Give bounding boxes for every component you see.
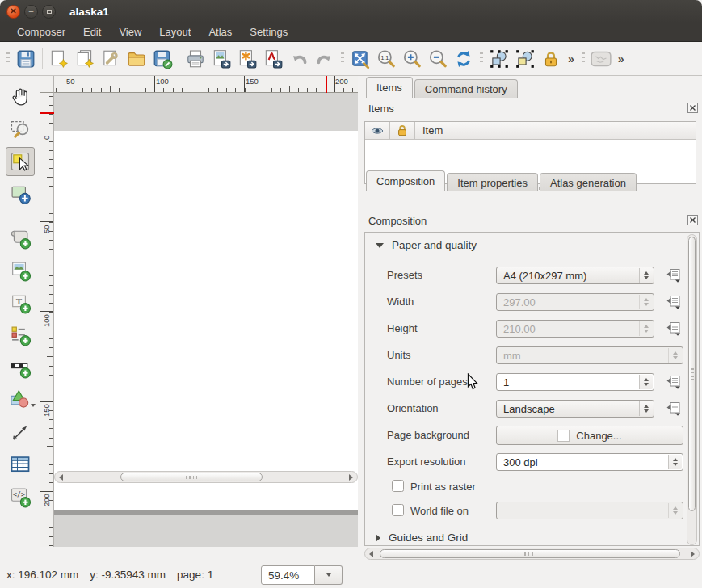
export-as-svg-button[interactable] — [234, 45, 260, 73]
select-move-item-button[interactable] — [486, 45, 512, 73]
scroll-right-icon[interactable] — [349, 474, 353, 481]
menu-view[interactable]: View — [110, 23, 150, 42]
window-minimize-button[interactable]: – — [24, 5, 38, 19]
data-defined-override-button[interactable] — [665, 267, 683, 284]
duplicate-composition-button[interactable] — [72, 45, 98, 73]
move-item-content-tool-button[interactable] — [6, 179, 35, 208]
settings-h-scrollbar-thumb[interactable] — [380, 549, 680, 558]
new-composition-button[interactable] — [46, 45, 72, 73]
close-dock-icon — [687, 103, 698, 113]
redo-button[interactable] — [312, 45, 338, 73]
tab-composition[interactable]: Composition — [366, 170, 445, 191]
lock-selected-items-button[interactable] — [538, 45, 564, 73]
undo-button[interactable] — [286, 45, 312, 73]
menu-edit[interactable]: Edit — [74, 23, 110, 42]
save-project-button[interactable] — [13, 45, 39, 73]
items-dock-close-button[interactable] — [687, 103, 698, 113]
add-image-button[interactable] — [6, 256, 35, 285]
zoom-level-dropdown-button[interactable] — [315, 565, 343, 585]
settings-v-scrollbar[interactable] — [687, 234, 697, 545]
add-arrow-button[interactable] — [6, 418, 35, 447]
toolbar-overflow-button-2[interactable]: » — [614, 52, 628, 65]
tab-command-history[interactable]: Command history — [414, 79, 518, 98]
zoom-level-input[interactable]: 59.4% — [261, 565, 315, 585]
pan-tool-button[interactable] — [6, 82, 35, 111]
toolbar-handle[interactable] — [6, 52, 10, 65]
scroll-right-icon[interactable] — [691, 551, 695, 557]
data-defined-override-button[interactable] — [665, 374, 683, 390]
menubar: Composer Edit View Layout Atlas Settings — [0, 23, 702, 42]
composition-dock-close-button[interactable] — [687, 215, 698, 225]
add-new-label-button[interactable]: T — [6, 288, 35, 317]
zoom-tool-button[interactable] — [6, 115, 35, 144]
add-basic-shape-button[interactable] — [6, 385, 35, 414]
add-new-scalebar-button[interactable] — [6, 353, 35, 382]
export-resolution-spinbox[interactable]: 300 dpi — [496, 453, 683, 471]
canvas-h-scrollbar[interactable] — [54, 471, 358, 483]
add-attribute-table-button[interactable] — [6, 450, 35, 479]
add-html-frame-button[interactable]: </> — [6, 482, 35, 511]
units-value: mm — [503, 350, 521, 362]
export-as-pdf-button[interactable] — [260, 45, 286, 73]
scroll-left-icon[interactable] — [59, 474, 63, 481]
settings-v-scrollbar-thumb[interactable] — [688, 237, 696, 511]
print-button[interactable] — [183, 45, 208, 73]
toolbar-handle[interactable] — [582, 52, 585, 65]
tab-item-properties[interactable]: Item properties — [447, 173, 538, 191]
close-icon: ✕ — [10, 7, 16, 15]
export-resolution-value: 300 dpi — [503, 456, 538, 468]
orientation-combobox[interactable]: Landscape — [496, 400, 654, 418]
zoom-out-button[interactable] — [425, 45, 451, 73]
num-pages-spinbox[interactable]: 1 — [496, 373, 654, 391]
export-as-image-button[interactable] — [208, 45, 234, 73]
item-column-header[interactable]: Item — [415, 122, 696, 139]
zoom-full-button[interactable] — [347, 45, 373, 73]
presets-combobox[interactable]: A4 (210x297 mm) — [496, 267, 654, 284]
menu-composer[interactable]: Composer — [8, 23, 74, 42]
manage-compositions-button[interactable] — [98, 45, 124, 73]
chevron-down-icon — [326, 573, 331, 577]
data-defined-override-button[interactable] — [665, 294, 683, 310]
toolbar-handle[interactable] — [480, 52, 483, 65]
move-item-content-button[interactable] — [512, 45, 538, 73]
data-defined-override-button[interactable] — [665, 321, 683, 337]
data-defined-override-button[interactable] — [665, 401, 683, 417]
window-maximize-button[interactable] — [42, 5, 56, 19]
guides-grid-section-header[interactable]: Guides and Grid — [376, 531, 468, 544]
scroll-left-icon[interactable] — [369, 551, 373, 557]
toolbar-handle[interactable] — [341, 52, 344, 65]
refresh-view-button[interactable] — [451, 45, 477, 73]
canvas-h-scrollbar-thumb[interactable] — [120, 472, 263, 481]
settings-h-scrollbar[interactable] — [364, 548, 700, 560]
page-background-change-button[interactable]: Change... — [496, 426, 683, 445]
zoom-in-button[interactable] — [399, 45, 425, 73]
add-new-legend-button[interactable] — [6, 321, 35, 350]
select-move-item-tool-button[interactable] — [6, 147, 35, 176]
add-new-map-button[interactable] — [6, 224, 35, 253]
tab-items[interactable]: Items — [366, 77, 413, 98]
atlas-preview-button[interactable] — [588, 45, 614, 73]
load-from-template-button[interactable] — [124, 45, 149, 73]
spin-arrows-icon[interactable] — [668, 455, 682, 469]
combo-arrows-icon[interactable] — [639, 401, 653, 416]
spin-arrows-icon[interactable] — [639, 375, 653, 389]
toolbar-overflow-button[interactable]: » — [564, 52, 578, 65]
lock-column-header[interactable] — [390, 122, 415, 139]
shape-dropdown-caret-icon[interactable] — [31, 404, 36, 407]
print-as-raster-checkbox[interactable] — [392, 480, 404, 492]
zoom-actual-size-button[interactable]: 1:1 — [373, 45, 399, 73]
menu-settings[interactable]: Settings — [241, 23, 296, 42]
visibility-column-header[interactable] — [365, 122, 390, 139]
world-file-checkbox[interactable] — [392, 504, 404, 516]
move-content-icon — [9, 183, 32, 205]
window-close-button[interactable]: ✕ — [6, 5, 20, 19]
menu-layout[interactable]: Layout — [150, 23, 200, 42]
paper-quality-section-header[interactable]: Paper and quality — [376, 239, 477, 251]
width-spinbox: 297.00 — [496, 293, 654, 311]
composition-page[interactable] — [54, 131, 358, 510]
menu-atlas[interactable]: Atlas — [200, 23, 241, 42]
combo-arrows-icon[interactable] — [639, 268, 653, 283]
add-legend-icon — [9, 324, 32, 346]
save-as-template-button[interactable] — [149, 45, 175, 73]
tab-atlas-generation[interactable]: Atlas generation — [540, 173, 637, 191]
